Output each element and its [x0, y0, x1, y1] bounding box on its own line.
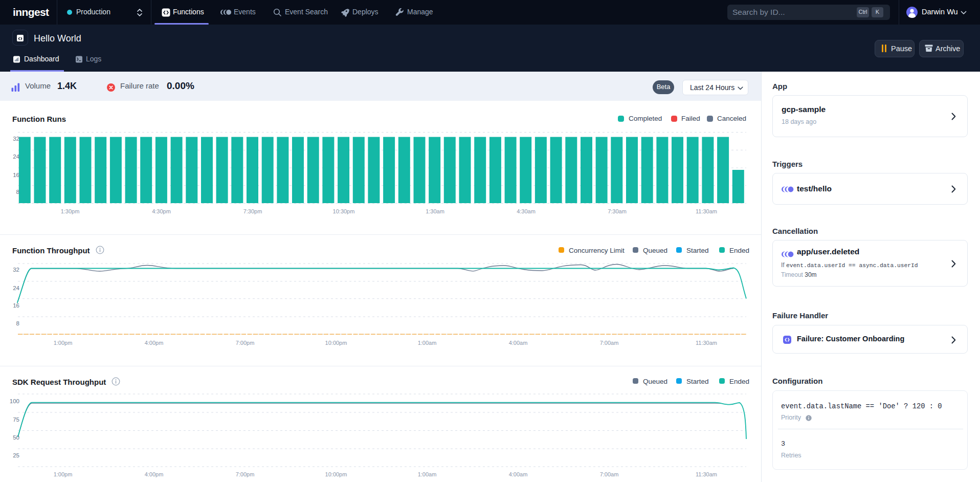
svg-text:7:30am: 7:30am	[608, 208, 627, 214]
svg-text:4:00am: 4:00am	[509, 340, 528, 346]
svg-text:10:00pm: 10:00pm	[325, 340, 347, 346]
svg-text:24: 24	[13, 285, 19, 291]
svg-text:11:30am: 11:30am	[696, 208, 717, 214]
svg-text:100: 100	[10, 398, 19, 404]
svg-text:10:00pm: 10:00pm	[325, 471, 347, 477]
svg-text:7:00pm: 7:00pm	[236, 340, 255, 346]
svg-text:7:00pm: 7:00pm	[236, 471, 255, 477]
svg-text:4:00pm: 4:00pm	[145, 340, 164, 346]
svg-text:1:00am: 1:00am	[418, 471, 437, 477]
svg-text:11:30am: 11:30am	[696, 471, 717, 477]
svg-text:1:00am: 1:00am	[418, 340, 437, 346]
svg-text:11:30am: 11:30am	[696, 340, 717, 346]
svg-text:10:30pm: 10:30pm	[333, 208, 355, 214]
svg-text:8: 8	[16, 320, 19, 326]
svg-text:8: 8	[16, 189, 19, 195]
svg-text:16: 16	[13, 302, 19, 309]
svg-text:7:00am: 7:00am	[600, 471, 619, 477]
svg-text:1:30pm: 1:30pm	[61, 208, 80, 214]
svg-text:4:30am: 4:30am	[517, 208, 536, 214]
svg-text:16: 16	[13, 172, 19, 178]
svg-text:4:00pm: 4:00pm	[145, 471, 164, 477]
svg-text:1:00pm: 1:00pm	[54, 471, 73, 477]
svg-text:1:30am: 1:30am	[426, 208, 444, 214]
svg-text:7:30pm: 7:30pm	[243, 208, 262, 214]
svg-text:50: 50	[13, 434, 19, 441]
svg-text:32: 32	[13, 136, 19, 142]
svg-text:7:00am: 7:00am	[600, 340, 619, 346]
svg-text:25: 25	[13, 452, 19, 458]
svg-text:4:30pm: 4:30pm	[152, 208, 171, 214]
svg-text:32: 32	[13, 267, 19, 273]
svg-text:1:00pm: 1:00pm	[54, 340, 73, 346]
svg-text:75: 75	[13, 417, 19, 423]
svg-text:24: 24	[13, 154, 19, 160]
svg-text:4:00am: 4:00am	[509, 471, 528, 477]
